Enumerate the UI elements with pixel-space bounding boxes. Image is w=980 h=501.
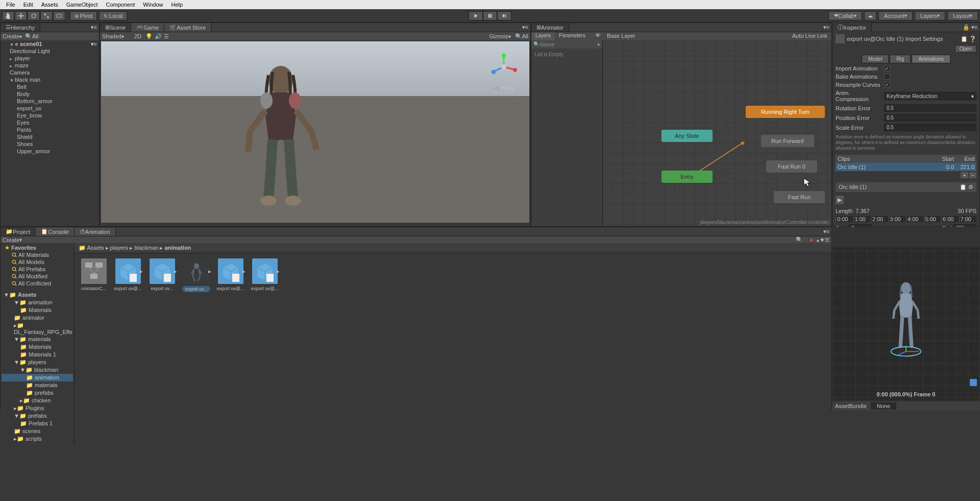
folder-bm-prefabs[interactable]: 📁 prefabs	[2, 389, 73, 397]
asset-export-uv-4[interactable]: ▸export uv@...	[216, 258, 244, 292]
step-button[interactable]	[497, 11, 511, 20]
menu-gameobject[interactable]: GameObject	[62, 2, 102, 8]
timeline-ruler[interactable]: 0:001:00 2:003:00 4:005:00 6:007:00	[836, 216, 976, 222]
fx-icon[interactable]: ☰	[164, 33, 169, 40]
state-fast-run[interactable]: Fast Run	[774, 191, 825, 203]
layers-dropdown[interactable]: Layers ▾	[915, 11, 945, 20]
asset-export-uv-3[interactable]: ▸export uv...	[182, 258, 210, 292]
clip-settings-icon[interactable]: 📋 ⚙	[960, 184, 973, 190]
menu-window[interactable]: Window	[139, 2, 167, 8]
animation-tab[interactable]: ⏱ Animation	[75, 228, 116, 236]
parameters-tab[interactable]: Parameters	[555, 32, 590, 40]
scene-root[interactable]: ▼⟐ scene01▾≡	[1, 40, 99, 47]
rotation-error-field[interactable]: 0.5	[884, 104, 976, 112]
animations-tab[interactable]: Animations	[912, 55, 950, 63]
folder-scripts[interactable]: ▸📁 scripts	[2, 435, 73, 443]
scene-tab[interactable]: ⊞ Scene	[100, 23, 131, 32]
add-param-button[interactable]: +	[597, 41, 600, 47]
folder-prefabs[interactable]: ▼📁 prefabs	[2, 412, 73, 420]
menu-help[interactable]: Help	[167, 2, 187, 8]
preview-play-button[interactable]: ▶	[836, 196, 844, 204]
folder-blackman[interactable]: ▼📁 blackman	[2, 366, 73, 374]
hierarchy-item[interactable]: Camera	[1, 69, 99, 76]
state-running-right-turn[interactable]: Running Right Turn	[746, 106, 825, 118]
model-tab[interactable]: Model	[862, 55, 889, 63]
shaded-dropdown[interactable]: Shaded	[102, 33, 121, 39]
hand-tool[interactable]	[2, 11, 14, 20]
fav-all-models[interactable]: All Models	[2, 258, 73, 266]
animator-graph[interactable]: Any State Entry Running Right Turn Run F…	[603, 40, 831, 226]
open-button[interactable]: Open	[955, 45, 976, 53]
preview-tag-icon[interactable]	[970, 379, 977, 386]
state-any-state[interactable]: Any State	[662, 130, 713, 142]
remove-clip-button[interactable]: −	[969, 172, 976, 178]
console-tab[interactable]: 📋 Console	[36, 227, 74, 236]
favorites-header[interactable]: Favorites	[2, 244, 73, 251]
project-filter2-icon[interactable]: ⬥	[816, 237, 820, 243]
account-dropdown[interactable]: Account ▾	[878, 11, 913, 20]
cloud-button[interactable]: ☁	[864, 11, 876, 20]
folder-players[interactable]: ▼📁 players	[2, 359, 73, 366]
project-filter-icon[interactable]: 🔺	[808, 236, 815, 243]
anim-compression-dropdown[interactable]: Keyframe Reduction ♦	[884, 92, 976, 100]
folder-prefabs1[interactable]: 📁 Prefabs 1	[2, 420, 73, 427]
hierarchy-child[interactable]: Body	[1, 90, 99, 98]
resample-curves-checkbox[interactable]	[884, 82, 890, 88]
move-tool[interactable]	[15, 11, 27, 20]
asset-export-uv-1[interactable]: ▸export uv@...	[114, 258, 142, 292]
hierarchy-item-blackman[interactable]: ▼black man	[1, 76, 99, 83]
preview-viewport[interactable]: 0:00 (000.0%) Frame 0	[832, 247, 980, 400]
folder-scenes[interactable]: 📁 scenes	[2, 427, 73, 435]
hierarchy-create[interactable]: Create	[3, 33, 19, 39]
asset-export-uv-5[interactable]: ▸export uv@...	[251, 258, 279, 292]
fav-all-materials[interactable]: All Materials	[2, 251, 73, 258]
hierarchy-tab[interactable]: ☰ Hierarchy	[1, 23, 40, 32]
2d-toggle[interactable]: 2D	[134, 33, 141, 39]
menu-edit[interactable]: Edit	[19, 2, 37, 8]
fav-all-prefabs[interactable]: All Prefabs	[2, 266, 73, 273]
state-run-forward[interactable]: Run Forward	[761, 135, 814, 147]
layout-dropdown[interactable]: Layout ▾	[947, 11, 978, 20]
breadcrumb[interactable]: 📁 Assets ▸ players ▸ blackman ▸ animatio…	[75, 243, 831, 253]
menu-component[interactable]: Component	[102, 2, 139, 8]
scene-search-all[interactable]: All	[522, 33, 528, 39]
asset-export-uv-2[interactable]: ▸export uv...	[148, 258, 176, 292]
eye-icon[interactable]: 👁	[593, 32, 603, 40]
rig-tab[interactable]: Rig	[890, 55, 911, 63]
play-button[interactable]	[469, 11, 483, 20]
hierarchy-child[interactable]: Bottom_armor	[1, 98, 99, 105]
animation-name[interactable]: Orc Idle (1)	[839, 184, 960, 190]
rect-tool[interactable]	[53, 11, 65, 20]
import-animation-checkbox[interactable]	[884, 65, 890, 71]
folder-dlfantasy[interactable]: ▸📁 DL_Fantasy_RPG_Effe	[2, 322, 73, 336]
help-icon[interactable]: 📋 ❔	[961, 36, 976, 42]
assetbundle-dropdown[interactable]: None	[871, 402, 896, 410]
hierarchy-item[interactable]: ▸maze	[1, 62, 99, 69]
light-icon[interactable]: 💡	[145, 33, 153, 40]
gizmos-dropdown[interactable]: Gizmos	[489, 33, 508, 39]
auto-live-link[interactable]: Auto Live Link	[792, 33, 827, 40]
hierarchy-child[interactable]: Pants	[1, 126, 99, 133]
menu-assets[interactable]: Assets	[37, 2, 62, 8]
scale-tool[interactable]	[40, 11, 53, 20]
audio-icon[interactable]: 🔊	[155, 33, 162, 40]
pivot-button[interactable]: ⊕ Pivot	[70, 11, 97, 20]
folder-animator[interactable]: 📁 animator	[2, 314, 73, 322]
animator-tab[interactable]: ⊞ Animator	[531, 23, 569, 32]
game-tab[interactable]: 🎮 Game	[131, 23, 164, 32]
assets-root[interactable]: ▼📁 Assets	[2, 291, 73, 299]
project-tab[interactable]: 📁 Project	[1, 227, 36, 236]
folder-materials-f[interactable]: ▼📁 materials	[2, 336, 73, 343]
folder-animation[interactable]: ▼📁 animation	[2, 299, 73, 306]
fav-all-conflicted[interactable]: All Conflicted	[2, 280, 73, 287]
folder-bm-animation[interactable]: 📁 animation	[2, 374, 73, 381]
base-layer-button[interactable]: Base Layer	[607, 33, 635, 40]
hierarchy-item-player[interactable]: ▸player	[1, 55, 99, 62]
hierarchy-item[interactable]: Directional Light	[1, 47, 99, 55]
state-fast-run-0[interactable]: Fast Run 0	[766, 160, 817, 173]
hierarchy-child[interactable]: Belt	[1, 83, 99, 90]
position-error-field[interactable]: 0.5	[884, 114, 976, 122]
hierarchy-child[interactable]: Shoes	[1, 140, 99, 148]
hierarchy-child[interactable]: Shield	[1, 133, 99, 140]
layers-tab[interactable]: Layers	[531, 32, 555, 40]
